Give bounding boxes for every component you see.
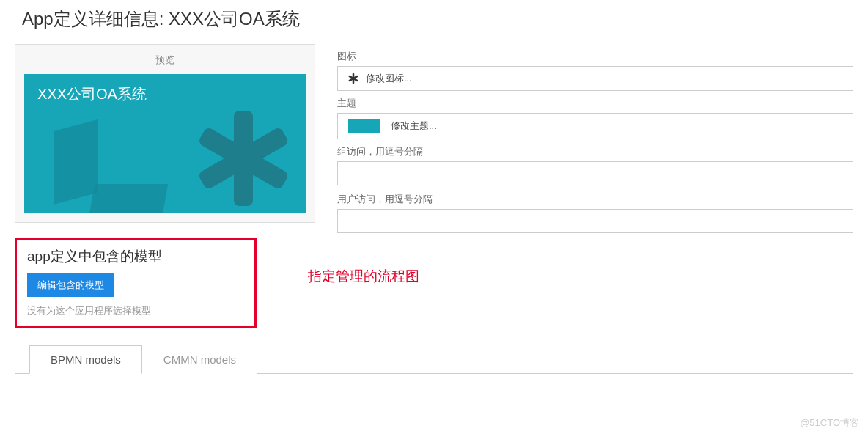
change-icon-text: 修改图标... xyxy=(366,72,412,85)
tab-bpmn[interactable]: BPMN models xyxy=(29,345,142,374)
preview-card: XXX公司OA系统 xyxy=(24,74,306,213)
icon-field-label: 图标 xyxy=(337,50,853,63)
preview-decoration xyxy=(54,119,98,205)
models-heading: app定义中包含的模型 xyxy=(27,247,244,266)
edit-models-button[interactable]: 编辑包含的模型 xyxy=(27,273,114,297)
asterisk-icon xyxy=(196,111,291,206)
tab-cmmn[interactable]: CMMN models xyxy=(142,345,257,374)
annotation-label: 指定管理的流程图 xyxy=(308,267,419,286)
change-icon-button[interactable]: 修改图标... xyxy=(337,66,853,91)
group-access-input[interactable] xyxy=(337,161,853,185)
tabs-row: BPMN models CMMN models xyxy=(15,345,853,374)
preview-panel: 预览 XXX公司OA系统 xyxy=(15,44,315,223)
no-models-text: 没有为这个应用程序选择模型 xyxy=(27,304,244,317)
page-title: App定义详细信息: XXX公司OA系统 xyxy=(15,7,853,31)
user-access-input[interactable] xyxy=(337,209,853,233)
theme-color-swatch xyxy=(348,119,380,133)
theme-field-label: 主题 xyxy=(337,97,853,110)
group-access-label: 组访问，用逗号分隔 xyxy=(337,145,853,158)
change-theme-text: 修改主题... xyxy=(391,119,437,133)
change-theme-button[interactable]: 修改主题... xyxy=(337,113,853,139)
asterisk-icon xyxy=(348,73,358,84)
preview-decoration xyxy=(86,184,168,213)
preview-label: 预览 xyxy=(24,54,306,67)
user-access-label: 用户访问，用逗号分隔 xyxy=(337,193,853,206)
models-highlight-box: app定义中包含的模型 编辑包含的模型 没有为这个应用程序选择模型 xyxy=(15,238,257,328)
preview-card-title: XXX公司OA系统 xyxy=(37,84,293,104)
